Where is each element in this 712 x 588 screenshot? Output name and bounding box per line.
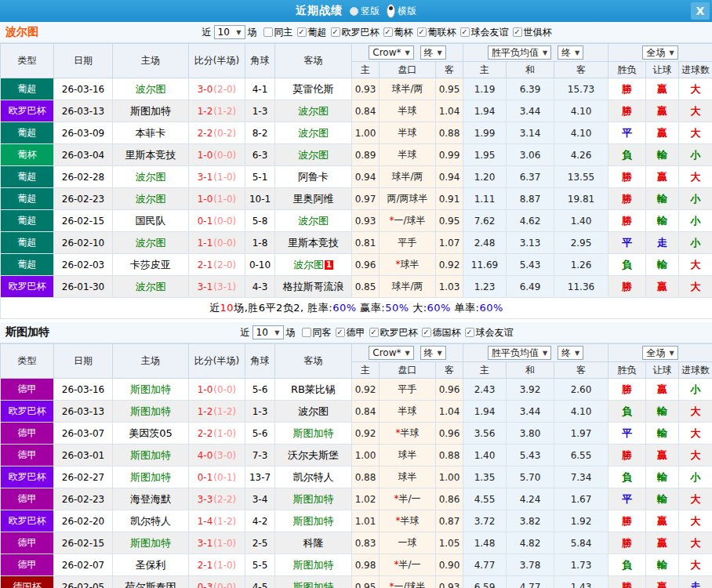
league-filter-item[interactable]: ✓葡超 — [297, 26, 327, 39]
home-team[interactable]: 美因茨05 — [113, 423, 189, 445]
league-checkbox[interactable]: ✓ — [422, 328, 431, 337]
match-count-select[interactable]: 10 ▼ — [252, 325, 284, 339]
league-checkbox[interactable]: ✓ — [336, 328, 345, 337]
league-filter-item[interactable]: ✓球会友谊 — [460, 26, 509, 39]
away-team[interactable]: 莫雷伦斯 — [275, 78, 352, 100]
radio-icon[interactable] — [350, 7, 358, 16]
same-venue-filter[interactable]: 同主 — [263, 26, 293, 39]
home-team[interactable]: 斯图加特 — [113, 401, 189, 423]
league-checkbox-label[interactable]: 欧罗巴杯 — [380, 326, 418, 339]
layout-radio-horizontal[interactable]: 横版 — [387, 4, 416, 18]
radio-horizontal-label[interactable]: 横版 — [398, 5, 416, 18]
away-team[interactable]: 斯图加特 — [275, 488, 352, 510]
away-team[interactable]: 波尔图 — [275, 401, 352, 423]
same-venue-checkbox[interactable] — [302, 328, 311, 337]
away-team[interactable]: 阿鲁卡 — [275, 166, 352, 188]
home-team[interactable]: 波尔图 — [113, 166, 189, 188]
home-team[interactable]: 波尔图 — [113, 232, 189, 254]
league-filter-item[interactable]: ✓欧罗巴杯 — [369, 326, 418, 339]
league-checkbox-label[interactable]: 球会友谊 — [471, 26, 509, 39]
radio-selected-icon[interactable] — [387, 4, 395, 18]
home-team[interactable]: 斯图加特 — [113, 100, 189, 122]
same-venue-checkbox[interactable] — [263, 27, 273, 37]
radio-vertical-label[interactable]: 竖版 — [361, 5, 380, 18]
home-team[interactable]: 荷尔斯泰因 — [113, 576, 189, 588]
home-team[interactable]: 凯尔特人 — [113, 510, 189, 532]
avg-time-select[interactable]: 终▼ — [558, 45, 583, 60]
same-venue-label[interactable]: 同客 — [313, 326, 332, 339]
home-team[interactable]: 本菲卡 — [113, 122, 189, 144]
away-team[interactable]: 波尔图 — [275, 100, 352, 122]
odds-time-select[interactable]: 终▼ — [420, 346, 446, 360]
league-checkbox-label[interactable]: 葡联杯 — [428, 26, 456, 39]
away-team[interactable]: 波尔图 — [275, 144, 352, 166]
league-checkbox-label[interactable]: 球会友谊 — [476, 326, 514, 339]
away-team[interactable]: 里奥阿维 — [275, 188, 352, 210]
league-checkbox[interactable]: ✓ — [383, 27, 393, 37]
home-team[interactable]: 海登海默 — [113, 488, 189, 510]
match-date: 26-02-23 — [54, 488, 113, 510]
league-checkbox[interactable]: ✓ — [331, 27, 340, 37]
home-team[interactable]: 国民队 — [113, 210, 189, 232]
same-venue-filter[interactable]: 同客 — [302, 326, 332, 339]
league-checkbox[interactable]: ✓ — [297, 27, 307, 37]
league-checkbox-label[interactable]: 葡杯 — [394, 26, 413, 39]
avg-metric-select[interactable]: 胜平负均值▼ — [488, 45, 551, 60]
league-checkbox[interactable]: ✓ — [417, 27, 427, 37]
away-team[interactable]: RB莱比锡 — [275, 379, 352, 401]
handicap-away-odds: 0.88 — [436, 445, 463, 466]
league-checkbox-label[interactable]: 欧罗巴杯 — [342, 26, 380, 39]
scope-select[interactable]: 全场▼ — [642, 45, 677, 60]
league-checkbox-label[interactable]: 葡超 — [308, 26, 327, 39]
league-checkbox[interactable]: ✓ — [369, 328, 379, 337]
result-goals: 大 — [679, 276, 712, 298]
result-outcome: 勝 — [608, 166, 646, 188]
away-team[interactable]: 波尔图 — [275, 210, 352, 232]
league-filter-item[interactable]: ✓葡联杯 — [417, 26, 456, 39]
home-team[interactable]: 里斯本竞技 — [113, 144, 189, 166]
avg-metric-select[interactable]: 胜平负均值▼ — [488, 346, 551, 360]
away-team[interactable]: 凯尔特人 — [275, 466, 352, 488]
league-filter-item[interactable]: ✓德国杯 — [422, 326, 461, 339]
away-team[interactable]: 沃尔夫斯堡 — [275, 445, 352, 466]
home-team[interactable]: 斯图加特 — [113, 532, 189, 554]
away-team[interactable]: 斯图加特 — [275, 510, 352, 532]
avg-time-select[interactable]: 终▼ — [558, 346, 583, 360]
match-count-select[interactable]: 10 ▼ — [214, 25, 245, 39]
league-checkbox-label[interactable]: 德国杯 — [433, 326, 461, 339]
close-button[interactable]: X — [691, 2, 710, 20]
league-checkbox[interactable]: ✓ — [465, 328, 474, 337]
league-checkbox-label[interactable]: 德甲 — [347, 326, 365, 339]
home-team[interactable]: 斯图加特 — [113, 466, 189, 488]
home-team[interactable]: 斯图加特 — [113, 379, 189, 401]
league-checkbox[interactable]: ✓ — [460, 27, 470, 37]
away-team[interactable]: 科隆 — [275, 532, 352, 554]
odds-time-select[interactable]: 终▼ — [420, 45, 446, 60]
away-team[interactable]: 波尔图 — [275, 122, 352, 144]
odds-provider-select[interactable]: Crow*▼ — [369, 45, 413, 60]
home-team[interactable]: 波尔图 — [113, 276, 189, 298]
league-filter-item[interactable]: ✓球会友谊 — [465, 326, 514, 339]
home-team[interactable]: 圣保利 — [113, 554, 189, 576]
league-filter-item[interactable]: ✓葡杯 — [383, 26, 413, 39]
league-filter-item[interactable]: ✓世俱杯 — [513, 26, 552, 39]
layout-radio-vertical[interactable]: 竖版 — [350, 5, 380, 18]
league-filter-item[interactable]: ✓欧罗巴杯 — [331, 26, 380, 39]
away-team[interactable]: 格拉斯哥流浪 — [275, 276, 352, 298]
result-goals: 小 — [679, 188, 712, 210]
away-team[interactable]: 斯图加特 — [275, 576, 352, 588]
away-team[interactable]: 斯图加特 — [275, 554, 352, 576]
same-venue-label[interactable]: 同主 — [274, 26, 293, 39]
home-team[interactable]: 卡莎皮亚 — [113, 254, 189, 276]
away-team[interactable]: 里斯本竞技 — [275, 232, 352, 254]
away-team[interactable]: 波尔图1 — [275, 254, 352, 276]
scope-select[interactable]: 全场▼ — [642, 346, 677, 360]
home-team[interactable]: 斯图加特 — [113, 445, 189, 466]
league-checkbox[interactable]: ✓ — [513, 27, 522, 37]
home-team[interactable]: 波尔图 — [113, 78, 189, 100]
league-filter-item[interactable]: ✓德甲 — [336, 326, 365, 339]
odds-provider-select[interactable]: Crow*▼ — [369, 346, 413, 360]
league-checkbox-label[interactable]: 世俱杯 — [524, 26, 552, 39]
home-team[interactable]: 波尔图 — [113, 188, 189, 210]
away-team[interactable]: 斯图加特 — [275, 423, 352, 445]
